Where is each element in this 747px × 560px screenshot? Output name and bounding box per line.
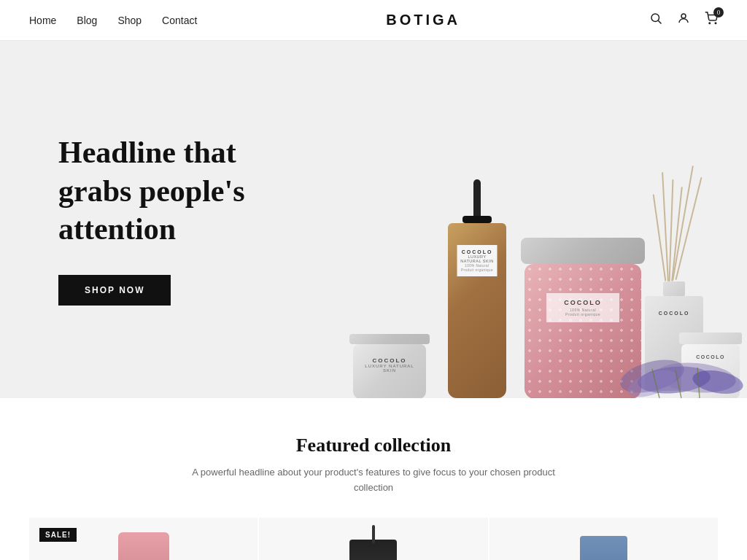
svg-point-0	[651, 14, 659, 22]
shop-now-button[interactable]: SHOP NOW	[58, 275, 171, 306]
brand-logo[interactable]: BOTIGA	[386, 12, 460, 28]
cart-icon[interactable]: 0	[705, 12, 718, 28]
nav-blog[interactable]: Blog	[77, 15, 97, 26]
featured-title: Featured collection	[29, 435, 718, 456]
product-card-1[interactable]: SALE!	[29, 518, 258, 560]
svg-point-2	[681, 14, 686, 18]
lavender-decoration	[616, 340, 747, 398]
product-card-3[interactable]	[489, 518, 718, 560]
svg-line-1	[658, 20, 661, 23]
hero-products: COCOLO LUXURY NATURAL SKIN COCOLO LUXURY…	[309, 41, 747, 398]
product-grid: SALE!	[29, 518, 718, 560]
navbar: Home Blog Shop Contact BOTIGA 0	[0, 0, 747, 41]
nav-contact[interactable]: Contact	[162, 15, 197, 26]
hero-text: Headline that grabs people's attention S…	[0, 133, 306, 306]
product-thumb-2	[349, 540, 397, 560]
product-card-2[interactable]	[259, 518, 487, 560]
cart-count: 0	[713, 7, 724, 18]
hero-headline: Headline that grabs people's attention	[58, 133, 306, 249]
nav-actions: 0	[649, 12, 718, 28]
nav-home[interactable]: Home	[29, 15, 56, 26]
product-group: COCOLO LUXURY NATURAL SKIN COCOLO LUXURY…	[309, 92, 747, 398]
account-icon[interactable]	[677, 12, 690, 28]
hero-section: Headline that grabs people's attention S…	[0, 41, 747, 398]
pump-bottle: COCOLO LUXURY NATURAL SKIN 100% NaturalP…	[448, 179, 506, 398]
jar-small: COCOLO LUXURY NATURAL SKIN	[353, 334, 426, 398]
sale-badge: SALE!	[39, 528, 77, 542]
product-thumb-3	[580, 536, 627, 560]
nav-links: Home Blog Shop Contact	[29, 15, 197, 26]
featured-subtitle: A powerful headline about your product's…	[184, 465, 563, 496]
svg-point-4	[715, 23, 716, 24]
featured-section: Featured collection A powerful headline …	[0, 398, 747, 560]
product-thumb-1	[118, 532, 169, 560]
nav-shop[interactable]: Shop	[117, 15, 142, 26]
search-icon[interactable]	[649, 12, 662, 28]
svg-point-3	[709, 23, 711, 24]
